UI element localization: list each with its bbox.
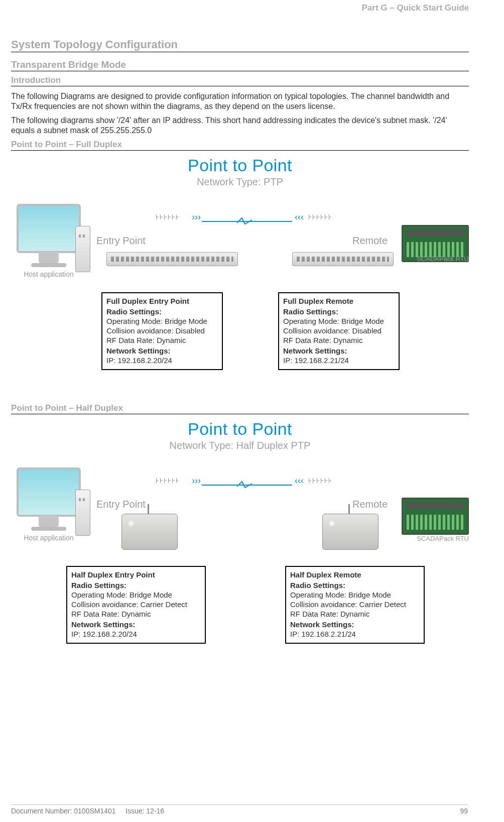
antenna-icon: ⊦⊦⊦⊦⊦⊦ (156, 477, 191, 490)
antenna-icon: ⊦⊦⊦⊦⊦⊦ (308, 213, 343, 226)
intro-p2: The following diagrams show '/24' after … (11, 115, 469, 136)
box-title: Full Duplex Entry Point (106, 296, 217, 306)
settings-full-remote: Full Duplex Remote Radio Settings: Opera… (278, 292, 400, 370)
settings-full-entry: Full Duplex Entry Point Radio Settings: … (101, 292, 223, 370)
heading-ptp-half: Point to Point – Half Duplex (11, 403, 469, 414)
page-footer: Document Number: 0100SM1401 Issue: 12-16… (11, 804, 468, 815)
diagram-full-duplex: Point to Point Network Type: PTP Host ap… (11, 156, 469, 370)
footer-doc: Document Number: 0100SM1401 (11, 807, 116, 815)
remote-radio-icon (322, 514, 379, 550)
box-subhead: Network Settings: (71, 620, 200, 629)
box-subhead: Radio Settings: (71, 580, 200, 590)
box-line: Operating Mode: Bridge Mode (106, 316, 217, 326)
antenna-icon: ⊦⊦⊦⊦⊦⊦ (156, 213, 191, 226)
box-line: RF Data Rate: Dynamic (71, 609, 200, 619)
remote-label: Remote (352, 235, 388, 247)
diagram-half-duplex: Point to Point Network Type: Half Duplex… (11, 419, 469, 644)
box-line: Collision avoidance: Carrier Detect (290, 600, 419, 609)
heading-h1: System Topology Configuration (11, 38, 469, 52)
box-line: Collision avoidance: Disabled (283, 326, 394, 335)
heading-h3: Introduction (11, 75, 469, 86)
box-line: Operating Mode: Bridge Mode (71, 590, 200, 600)
host-box-icon (75, 490, 90, 536)
box-subhead: Radio Settings: (283, 307, 394, 316)
rf-wave-icon: ‹‹‹ (295, 476, 304, 486)
diag-full-subtitle: Network Type: PTP (11, 176, 469, 188)
box-line: Collision avoidance: Carrier Detect (71, 600, 200, 609)
rf-wave-icon: ‹‹‹ (295, 212, 304, 222)
rf-wave-icon: ››› (192, 212, 201, 222)
scadapack-icon (402, 498, 469, 535)
settings-half-entry: Half Duplex Entry Point Radio Settings: … (66, 566, 206, 644)
box-line: RF Data Rate: Dynamic (283, 335, 394, 345)
host-box-icon (75, 226, 90, 272)
scadapack-label: SCADAPack RTU (417, 535, 469, 542)
header-part: Part G – Quick Start Guide (361, 3, 469, 13)
diag-half-title: Point to Point (11, 419, 469, 439)
box-subhead: Radio Settings: (106, 307, 217, 316)
rf-zigzag-icon (237, 217, 252, 226)
heading-ptp-full: Point to Point – Full Duplex (11, 140, 469, 151)
entry-rack-icon (106, 252, 238, 266)
box-subhead: Radio Settings: (290, 580, 419, 590)
entry-point-label: Entry Point (96, 499, 146, 510)
remote-rack-icon (292, 252, 394, 266)
entry-point-label: Entry Point (96, 235, 146, 247)
scadapack-label: SCADAPack RTU (417, 255, 469, 263)
box-line: IP: 192.168.2.20/24 (71, 629, 200, 639)
box-title: Half Duplex Remote (290, 570, 419, 579)
rf-wave-icon: ››› (192, 476, 201, 486)
settings-half-remote: Half Duplex Remote Radio Settings: Opera… (285, 566, 425, 644)
intro-p1: The following Diagrams are designed to p… (11, 91, 469, 111)
box-subhead: Network Settings: (283, 346, 394, 356)
footer-issue: Issue: 12-16 (125, 807, 164, 815)
rf-zigzag-icon (237, 481, 252, 490)
diag-half-subtitle: Network Type: Half Duplex PTP (11, 440, 469, 451)
diag-full-title: Point to Point (11, 156, 469, 175)
entry-radio-icon (121, 514, 178, 550)
heading-h2: Transparent Bridge Mode (11, 59, 469, 71)
box-subhead: Network Settings: (106, 346, 217, 356)
box-line: IP: 192.168.2.20/24 (106, 356, 217, 365)
box-line: RF Data Rate: Dynamic (106, 335, 217, 345)
remote-label: Remote (352, 499, 388, 510)
box-title: Half Duplex Entry Point (71, 570, 200, 579)
box-line: IP: 192.168.2.21/24 (283, 356, 394, 365)
box-line: Collision avoidance: Disabled (106, 326, 217, 335)
footer-page: 99 (460, 807, 468, 815)
box-subhead: Network Settings: (290, 620, 419, 629)
box-line: IP: 192.168.2.21/24 (290, 629, 419, 639)
antenna-icon: ⊦⊦⊦⊦⊦⊦ (308, 477, 343, 490)
box-line: RF Data Rate: Dynamic (290, 609, 419, 619)
box-line: Operating Mode: Bridge Mode (283, 316, 394, 326)
box-title: Full Duplex Remote (283, 296, 394, 306)
box-line: Operating Mode: Bridge Mode (290, 590, 419, 600)
